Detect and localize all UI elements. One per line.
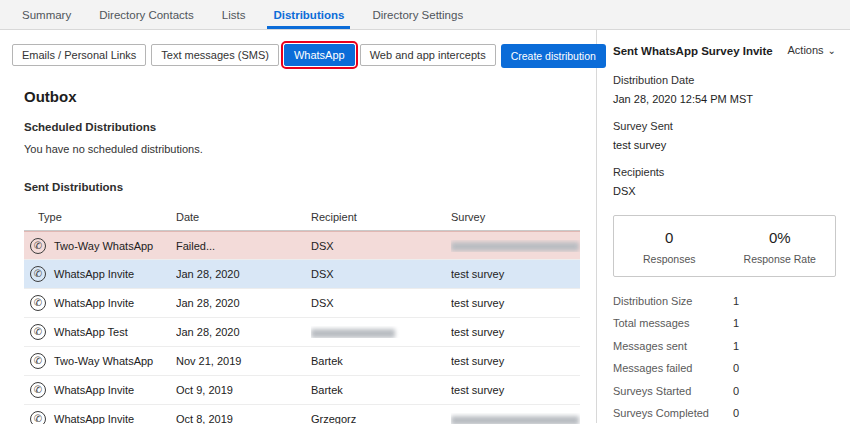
detail-title: Sent WhatsApp Survey Invite [613, 44, 773, 59]
recipient-cell: DSX [311, 240, 451, 252]
table-row[interactable]: ✆WhatsApp InviteOct 9, 2019Bartektest su… [24, 376, 580, 405]
whatsapp-icon: ✆ [30, 238, 46, 254]
whatsapp-icon: ✆ [30, 411, 46, 424]
survey-cell [451, 240, 580, 252]
date-cell: Oct 8, 2019 [176, 413, 311, 424]
stat-value: 0% [725, 229, 836, 246]
redacted-text [311, 329, 395, 338]
survey-cell: test survey [451, 355, 580, 367]
type-cell: ✆WhatsApp Invite [24, 295, 176, 311]
field-value: test survey [613, 139, 836, 151]
detail-field-survey-sent: Survey Senttest survey [613, 120, 836, 151]
redacted-text [451, 242, 579, 251]
scheduled-distributions-heading: Scheduled Distributions [24, 121, 580, 133]
filter-button-web-and-app-intercepts[interactable]: Web and app intercepts [360, 44, 496, 66]
table-row[interactable]: ✆WhatsApp InviteJan 28, 2020DSXtest surv… [24, 289, 580, 318]
type-label: Two-Way WhatsApp [54, 240, 153, 252]
chevron-down-icon: ⌄ [828, 45, 836, 56]
stat-response-rate: 0%Response Rate [725, 229, 836, 265]
stat-responses: 0Responses [614, 229, 725, 265]
nav-tab-lists[interactable]: Lists [208, 0, 260, 29]
metric-label: Distribution Size [613, 295, 733, 307]
metric-surveys-completed: Surveys Completed0 [613, 407, 836, 419]
whatsapp-icon: ✆ [30, 353, 46, 369]
detail-fields: Distribution DateJan 28, 2020 12:54 PM M… [613, 74, 836, 197]
filter-button-emails-personal-links[interactable]: Emails / Personal Links [12, 44, 146, 66]
recipient-cell: DSX [311, 297, 451, 309]
field-label: Survey Sent [613, 120, 836, 132]
table-row[interactable]: ✆Two-Way WhatsAppFailed...DSX [24, 231, 580, 260]
table-row[interactable]: ✆WhatsApp InviteJan 28, 2020DSXtest surv… [24, 260, 580, 289]
date-cell: Jan 28, 2020 [176, 268, 311, 280]
type-label: WhatsApp Test [54, 326, 128, 338]
column-header-recipient: Recipient [311, 211, 451, 223]
metric-value: 1 [733, 317, 739, 329]
nav-tab-directory-settings[interactable]: Directory Settings [358, 0, 477, 29]
stat-label: Responses [614, 253, 725, 265]
date-cell: Failed... [176, 240, 311, 252]
stat-value: 0 [614, 229, 725, 246]
date-cell: Nov 21, 2019 [176, 355, 311, 367]
recipient-cell: Bartek [311, 355, 451, 367]
table-body: ✆Two-Way WhatsAppFailed...DSX✆WhatsApp I… [24, 231, 580, 424]
metrics-list: Distribution Size1Total messages1Message… [613, 295, 836, 420]
detail-field-recipients: RecipientsDSX [613, 166, 836, 197]
actions-label: Actions [788, 44, 824, 56]
filter-button-text-messages-sms[interactable]: Text messages (SMS) [151, 44, 279, 66]
sent-distributions-heading: Sent Distributions [24, 181, 580, 193]
stat-label: Response Rate [725, 253, 836, 265]
type-cell: ✆Two-Way WhatsApp [24, 353, 176, 369]
type-label: WhatsApp Invite [54, 268, 134, 280]
metric-label: Total messages [613, 317, 733, 329]
whatsapp-icon: ✆ [30, 266, 46, 282]
column-header-date: Date [176, 211, 311, 223]
create-distribution-button[interactable]: Create distribution [501, 44, 606, 68]
metric-label: Surveys Started [613, 385, 733, 397]
scheduled-empty-text: You have no scheduled distributions. [24, 143, 580, 155]
field-value: DSX [613, 185, 836, 197]
whatsapp-icon: ✆ [30, 382, 46, 398]
survey-cell: test survey [451, 326, 580, 338]
metric-value: 0 [733, 362, 739, 374]
date-cell: Oct 9, 2019 [176, 384, 311, 396]
filter-group: Emails / Personal LinksText messages (SM… [12, 44, 501, 66]
metric-messages-failed: Messages failed0 [613, 362, 836, 374]
type-cell: ✆WhatsApp Invite [24, 382, 176, 398]
type-cell: ✆Two-Way WhatsApp [24, 238, 176, 254]
recipient-cell: DSX [311, 268, 451, 280]
sent-distributions-table: TypeDateRecipientSurvey ✆Two-Way WhatsAp… [24, 205, 580, 424]
nav-tab-directory-contacts[interactable]: Directory Contacts [85, 0, 208, 29]
nav-tab-summary[interactable]: Summary [8, 0, 85, 29]
survey-cell: test survey [451, 268, 580, 280]
metric-surveys-started: Surveys Started0 [613, 385, 836, 397]
metric-value: 1 [733, 295, 739, 307]
outbox-title: Outbox [24, 88, 580, 105]
field-label: Recipients [613, 166, 836, 178]
metric-total-messages: Total messages1 [613, 317, 836, 329]
actions-dropdown[interactable]: Actions⌄ [788, 44, 836, 56]
metric-value: 1 [733, 340, 739, 352]
main-content: Emails / Personal LinksText messages (SM… [0, 30, 850, 423]
table-row[interactable]: ✆WhatsApp InviteOct 8, 2019Grzegorz [24, 405, 580, 424]
date-cell: Jan 28, 2020 [176, 326, 311, 338]
whatsapp-icon: ✆ [30, 324, 46, 340]
table-row[interactable]: ✆WhatsApp TestJan 28, 2020test survey [24, 318, 580, 347]
distributions-pane: Emails / Personal LinksText messages (SM… [0, 30, 597, 423]
table-row[interactable]: ✆Two-Way WhatsAppNov 21, 2019Bartektest … [24, 347, 580, 376]
recipient-cell [311, 326, 451, 338]
survey-cell [451, 413, 580, 424]
metric-value: 0 [733, 385, 739, 397]
type-cell: ✆WhatsApp Test [24, 324, 176, 340]
top-nav: SummaryDirectory ContactsListsDistributi… [0, 0, 850, 30]
filter-row: Emails / Personal LinksText messages (SM… [12, 44, 580, 68]
metric-distribution-size: Distribution Size1 [613, 295, 836, 307]
filter-button-whatsapp[interactable]: WhatsApp [284, 44, 355, 66]
metric-label: Messages sent [613, 340, 733, 352]
stats-box: 0Responses0%Response Rate [613, 215, 836, 277]
nav-tab-distributions[interactable]: Distributions [259, 0, 358, 29]
detail-field-distribution-date: Distribution DateJan 28, 2020 12:54 PM M… [613, 74, 836, 105]
recipient-cell: Bartek [311, 384, 451, 396]
column-header-type: Type [24, 211, 176, 223]
distribution-details-panel: Sent WhatsApp Survey Invite Actions⌄ Dis… [597, 30, 850, 423]
survey-cell: test survey [451, 297, 580, 309]
